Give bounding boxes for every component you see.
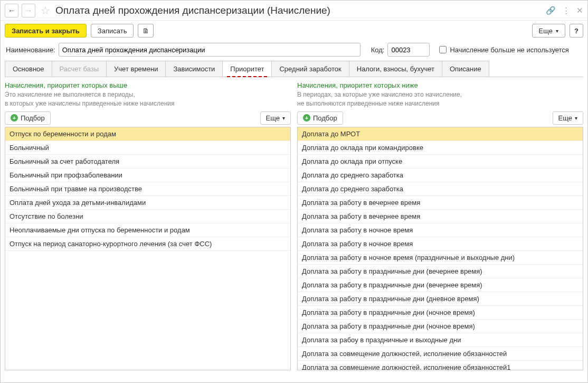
higher-title: Начисления, приоритет которых выше <box>5 81 291 89</box>
list-item[interactable]: Больничный за счет работодателя <box>5 155 290 169</box>
titlebar: ← → ☆ Оплата дней прохождения диспансери… <box>1 1 587 21</box>
more-button[interactable]: Еще ▾ <box>532 24 565 38</box>
fields-row: Наименование: Код: Начисление больше не … <box>1 41 587 61</box>
list-item[interactable]: Доплата за работу в ночное время (праздн… <box>298 251 583 265</box>
list-item[interactable]: Неоплачиваемые дни отпуска по беременнос… <box>5 223 290 237</box>
tab-2[interactable]: Учет времени <box>106 61 166 77</box>
higher-priority-column: Начисления, приоритет которых выше Это н… <box>5 81 291 370</box>
list-item[interactable]: Больничный <box>5 141 290 155</box>
lower-list[interactable]: Доплата до МРОТДоплата до оклада при ком… <box>297 127 583 370</box>
tab-7[interactable]: Описание <box>442 61 489 77</box>
tab-5[interactable]: Средний заработок <box>271 61 349 77</box>
unused-checkbox[interactable] <box>439 46 447 53</box>
list-item[interactable]: Доплата за совмещение должностей, исполн… <box>298 361 583 370</box>
close-icon[interactable]: ✕ <box>576 6 583 15</box>
window-title: Оплата дней прохождения диспансеризации … <box>55 5 543 16</box>
lower-select-button[interactable]: + Подбор <box>297 111 343 125</box>
save-button[interactable]: Записать <box>91 24 134 38</box>
nav-forward-button[interactable]: → <box>22 4 35 17</box>
favorite-star-icon[interactable]: ☆ <box>41 4 50 17</box>
tab-4[interactable]: Приоритет <box>222 61 272 77</box>
name-label: Наименование: <box>6 46 55 54</box>
list-item[interactable]: Отпуск на период санаторно-курортного ле… <box>5 237 290 251</box>
help-button[interactable]: ? <box>570 24 583 38</box>
toolbar: Записать и закрыть Записать 🗎 Еще ▾ ? <box>1 21 587 41</box>
document-icon: 🗎 <box>143 27 149 35</box>
name-input[interactable] <box>59 43 361 57</box>
nav-back-button[interactable]: ← <box>5 4 18 17</box>
higher-select-button[interactable]: + Подбор <box>5 111 51 125</box>
chevron-down-icon: ▾ <box>556 28 558 34</box>
list-item[interactable]: Доплата за работу в вечернее время <box>298 196 583 210</box>
code-input[interactable] <box>387 43 430 57</box>
code-label: Код: <box>371 46 385 54</box>
lower-more-button[interactable]: Еще ▾ <box>553 111 583 125</box>
list-item[interactable]: Доплата за работу в ночное время <box>298 223 583 237</box>
list-item[interactable]: Доплата за рабоу в праздничные и выходны… <box>298 333 583 347</box>
save-close-button[interactable]: Записать и закрыть <box>5 24 87 38</box>
list-item[interactable]: Доплата за совмещение должностей, исполн… <box>298 347 583 361</box>
tab-1[interactable]: Расчет базы <box>52 61 107 77</box>
list-item[interactable]: Доплата до оклада при командировке <box>298 141 583 155</box>
link-icon[interactable]: 🔗 <box>546 6 556 15</box>
list-item[interactable]: Доплата за работу в праздничные дни (веч… <box>298 278 583 292</box>
priority-body: Начисления, приоритет которых выше Это н… <box>1 77 587 375</box>
lower-title: Начисления, приоритет которых ниже <box>297 81 583 89</box>
higher-subtext: Это начисление не выполняется в периоды,… <box>5 90 291 108</box>
tab-6[interactable]: Налоги, взносы, бухучет <box>349 61 442 77</box>
lower-subtext: В периодах, за которые уже начислено это… <box>297 90 583 108</box>
list-item[interactable]: Больничный при профзаболевании <box>5 169 290 182</box>
list-item[interactable]: Доплата до МРОТ <box>298 127 583 141</box>
tabs: ОсновноеРасчет базыУчет времениЗависимос… <box>5 61 583 77</box>
higher-list[interactable]: Отпуск по беременности и родамБольничный… <box>5 127 291 370</box>
plus-icon: + <box>11 114 18 122</box>
list-item[interactable]: Доплата за работу в ночное время <box>298 237 583 251</box>
list-item[interactable]: Доплата до среднего заработка <box>298 182 583 196</box>
list-item[interactable]: Доплата за работу в праздничные дни (дне… <box>298 292 583 306</box>
list-item[interactable]: Доплата за работу в праздничные дни (ноч… <box>298 320 583 333</box>
list-item[interactable]: Больничный при травме на производстве <box>5 182 290 196</box>
list-item[interactable]: Доплата до среднего заработка <box>298 169 583 182</box>
kebab-menu-icon[interactable]: ⋮ <box>562 6 570 15</box>
tab-3[interactable]: Зависимости <box>165 61 223 77</box>
plus-icon: + <box>303 114 310 122</box>
chevron-down-icon: ▾ <box>282 115 285 121</box>
list-item[interactable]: Доплата за работу в праздничные дни (ноч… <box>298 306 583 320</box>
list-item[interactable]: Оплата дней ухода за детьми-инвалидами <box>5 196 290 210</box>
list-item[interactable]: Доплата за работу в вечернее время <box>298 210 583 223</box>
list-item[interactable]: Отсутствие по болезни <box>5 210 290 223</box>
list-item[interactable]: Доплата до оклада при отпуске <box>298 155 583 169</box>
unused-label: Начисление больше не используется <box>450 46 568 54</box>
report-button[interactable]: 🗎 <box>138 24 154 38</box>
lower-priority-column: Начисления, приоритет которых ниже В пер… <box>297 81 583 370</box>
chevron-down-icon: ▾ <box>575 115 577 121</box>
unused-checkbox-wrap[interactable]: Начисление больше не используется <box>439 46 568 54</box>
list-item[interactable]: Доплата за работу в праздничные дни (веч… <box>298 265 583 278</box>
higher-more-button[interactable]: Еще ▾ <box>260 111 291 125</box>
list-item[interactable]: Отпуск по беременности и родам <box>5 127 290 141</box>
tab-0[interactable]: Основное <box>5 61 52 77</box>
